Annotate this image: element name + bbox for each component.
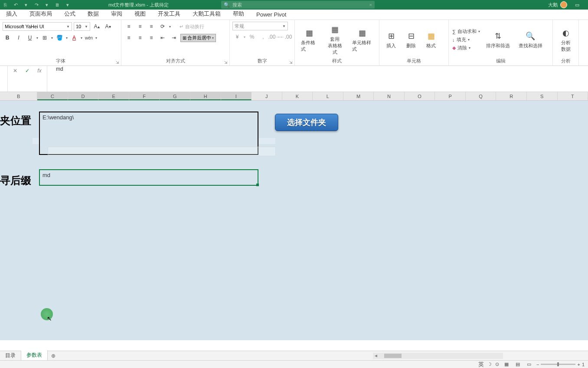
clear-button[interactable]: ◆ 清除 ▾ <box>451 44 481 52</box>
dialog-launcher-icon[interactable]: ⇲ <box>224 60 228 65</box>
page-break-view-icon[interactable]: ▭ <box>525 361 533 367</box>
zoom-slider[interactable] <box>541 364 575 365</box>
zoom-in-button[interactable]: + <box>577 362 580 367</box>
align-right-icon[interactable]: ≡ <box>147 33 156 43</box>
redo-icon[interactable]: ↷ <box>33 2 40 8</box>
col-header-d[interactable]: D <box>68 92 99 100</box>
col-header-e[interactable]: E <box>98 92 129 100</box>
tab-view[interactable]: 视图 <box>128 8 152 20</box>
tab-power-pivot[interactable]: Power Pivot <box>250 10 292 20</box>
delete-cells-button[interactable]: ⊟ 删除 <box>402 29 420 51</box>
sheet-tab-params[interactable]: 参数表 <box>21 350 48 361</box>
chevron-down-icon[interactable]: ▾ <box>51 36 53 40</box>
orientation-icon[interactable]: ⟳ <box>158 22 167 31</box>
accessibility-icon[interactable]: ⊙ <box>495 361 499 367</box>
col-header-g[interactable]: G <box>160 92 190 100</box>
name-box[interactable] <box>0 66 8 92</box>
chevron-down-icon[interactable]: ▾ <box>81 36 82 40</box>
add-sheet-button[interactable]: ⊕ <box>48 353 59 359</box>
col-header-q[interactable]: Q <box>466 92 497 100</box>
font-name-combo[interactable]: Microsoft YaHei UI ▼ <box>3 22 72 31</box>
col-header-c[interactable]: C <box>37 92 68 100</box>
chevron-down-icon[interactable]: ▾ <box>36 36 38 40</box>
bold-button[interactable]: B <box>3 33 12 43</box>
col-header-l[interactable]: L <box>313 92 343 100</box>
tab-help[interactable]: 帮助 <box>227 8 250 20</box>
font-size-combo[interactable]: 10 ▼ <box>74 22 90 31</box>
file-icon[interactable]: 🗎 <box>54 2 61 7</box>
tab-review[interactable]: 审阅 <box>105 8 128 20</box>
col-header-p[interactable]: P <box>435 92 466 100</box>
dialog-launcher-icon[interactable]: ⇲ <box>116 60 119 65</box>
increase-decimal-icon[interactable]: .00→ <box>270 32 279 42</box>
suffix-cell-selected[interactable]: md <box>39 169 258 186</box>
tab-insert[interactable]: 插入 <box>0 8 23 20</box>
chevron-down-icon[interactable]: ▾ <box>244 35 245 39</box>
comma-icon[interactable]: , <box>258 32 268 42</box>
increase-indent-icon[interactable]: ⇥ <box>169 33 179 43</box>
chevron-down-icon[interactable]: ▾ <box>95 36 97 40</box>
align-top-icon[interactable]: ≡ <box>124 22 134 31</box>
normal-view-icon[interactable]: ▦ <box>503 361 510 367</box>
col-header-k[interactable]: K <box>282 92 313 100</box>
autosum-button[interactable]: ∑ 自动求和 ▾ <box>451 28 481 35</box>
wrap-text-button[interactable]: ↵ 自动换行 <box>179 23 205 30</box>
fill-button[interactable]: ↓ 填充 ▾ <box>451 36 481 43</box>
currency-icon[interactable]: ¥ <box>232 32 242 42</box>
col-header-f[interactable]: F <box>129 92 160 100</box>
format-cells-button[interactable]: ▦ 格式 <box>422 29 440 51</box>
sheet-tab-directory[interactable]: 目录 <box>0 351 21 361</box>
phonetic-button[interactable]: wén <box>84 33 94 43</box>
zoom-out-button[interactable]: − <box>536 362 539 367</box>
analyze-data-button[interactable]: ◐ 分析 数据 <box>557 26 575 54</box>
dialog-launcher-icon[interactable]: ⇲ <box>289 60 293 65</box>
user-area[interactable]: 大鹅 <box>548 1 567 8</box>
col-header-t[interactable]: T <box>558 92 588 100</box>
col-header-o[interactable]: O <box>405 92 435 100</box>
tab-toolbox[interactable]: 大鹅工具箱 <box>186 8 227 20</box>
undo-dropdown-icon[interactable]: ▾ <box>23 2 29 8</box>
col-header-b[interactable]: B <box>0 92 37 100</box>
sort-filter-button[interactable]: ⇅ 排序和筛选 <box>483 22 513 58</box>
redo-dropdown-icon[interactable]: ▾ <box>43 2 50 8</box>
increase-font-icon[interactable]: A▴ <box>92 22 101 31</box>
conditional-format-button[interactable]: ▦ 条件格式 <box>297 26 321 54</box>
fill-color-button[interactable]: 🪣 <box>55 33 64 43</box>
cell-styles-button[interactable]: ▦ 单元格样式 <box>349 26 376 54</box>
tab-page-layout[interactable]: 页面布局 <box>23 8 58 20</box>
col-header-n[interactable]: N <box>374 92 405 100</box>
enter-formula-icon[interactable]: ✓ <box>23 68 31 74</box>
underline-button[interactable]: U <box>25 33 35 43</box>
decrease-indent-icon[interactable]: ⇤ <box>158 33 167 43</box>
decrease-decimal-icon[interactable]: ←.00 <box>281 32 291 42</box>
percent-icon[interactable]: % <box>247 32 257 42</box>
undo-icon[interactable]: ↶ <box>12 2 19 8</box>
col-header-i[interactable]: I <box>221 92 252 100</box>
chevron-down-icon[interactable]: ▾ <box>169 25 171 29</box>
table-format-button[interactable]: ▦ 套用 表格格式 <box>323 22 347 57</box>
autosave-icon[interactable]: ⎘ <box>2 2 9 7</box>
formula-input[interactable]: md <box>47 66 63 92</box>
search-box[interactable]: 🔍 搜索 × <box>221 1 375 9</box>
col-header-j[interactable]: J <box>252 92 282 100</box>
ime-mode-icon[interactable]: ☽ <box>487 361 492 367</box>
insert-cells-button[interactable]: ⊞ 插入 <box>382 29 400 51</box>
close-search-icon[interactable]: × <box>369 2 372 7</box>
tab-data[interactable]: 数据 <box>82 8 105 20</box>
decrease-font-icon[interactable]: A▾ <box>103 22 113 31</box>
tab-developer[interactable]: 开发工具 <box>152 8 186 20</box>
merge-center-button[interactable]: ⊞ 合并后居中 ▾ <box>180 34 216 42</box>
col-header-s[interactable]: S <box>527 92 558 100</box>
fx-icon[interactable]: fx <box>36 68 43 74</box>
border-button[interactable]: ⊞ <box>40 33 49 43</box>
zoom-percent[interactable]: 1 <box>582 362 585 367</box>
cancel-formula-icon[interactable]: ✕ <box>11 68 19 74</box>
horizontal-scrollbar[interactable]: ◄ <box>373 353 503 359</box>
worksheet-grid[interactable]: 夹位置 E:\wendang\ 寻后缀 md 选择文件夹 ↖ <box>0 101 588 340</box>
scroll-left-icon[interactable]: ◄ <box>374 353 378 358</box>
qat-dropdown-icon[interactable]: ▾ <box>64 2 71 8</box>
page-layout-view-icon[interactable]: ▤ <box>514 361 522 367</box>
col-header-h[interactable]: H <box>190 92 221 100</box>
tab-formulas[interactable]: 公式 <box>58 8 82 20</box>
align-bottom-icon[interactable]: ≡ <box>147 22 156 31</box>
